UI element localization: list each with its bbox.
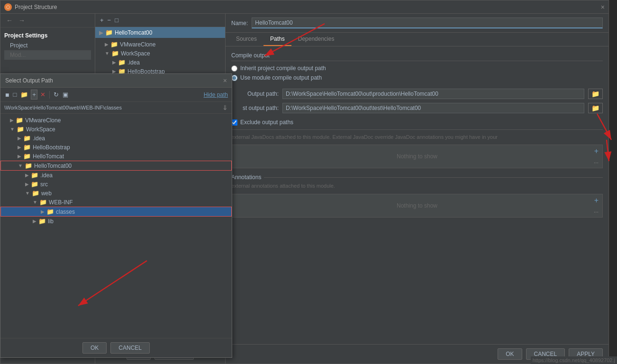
module-expand-icon: ▶ [99,29,103,36]
tree-item-vmwareclone[interactable]: ▶ 📁 VMwareClone [95,40,225,49]
javadoc-more-button[interactable]: ··· [594,159,599,166]
module-name-label: HelloTomcat00 [115,29,152,36]
nothing-to-show-label-2: Nothing to show [397,202,437,209]
javadoc-add-button[interactable]: + [594,147,599,155]
output-path-label: Output path: [231,91,279,97]
compile-output-radio-group: Inherit project compile output path Use … [231,65,603,81]
tabs-bar: Sources Paths Dependencies [226,33,608,46]
tab-paths[interactable]: Paths [263,33,291,46]
module-radio-row[interactable]: Use module compile output path [231,74,603,81]
dialog-file-tree: ▶ 📁 VMwareClone ▼ 📁 WorkSpace ▶ 📁 .idea … [0,114,232,338]
dialog-cancel-button[interactable]: CANCEL [110,342,150,354]
output-path-browse-button[interactable]: 📁 [588,89,603,99]
annotations-area: Nothing to show + ··· [231,194,603,218]
test-output-path-row: st output path: 📁 [231,101,603,115]
sidebar-item-module[interactable]: Mod... [4,50,91,60]
tab-sources[interactable]: Sources [229,33,263,46]
app-icon: ⬡ [4,3,12,11]
annotations-more-button[interactable]: ··· [594,209,599,215]
dialog-tree-vmwareclone[interactable]: ▶ 📁 VMwareClone [0,116,232,125]
dialog-toolbar-window[interactable]: □ [12,90,18,99]
dialog-toolbar-add[interactable]: + [31,90,37,100]
nav-back-button[interactable]: ← [4,16,15,25]
dialog-title-bar: Select Output Path × [0,74,232,88]
dialog-tree-web[interactable]: ▼ 📁 web [0,189,232,198]
dialog-tree-webinf[interactable]: ▼ 📁 WEB-INF [0,198,232,207]
nav-arrows: ← → [0,14,95,27]
dialog-close-button[interactable]: × [223,77,227,84]
exclude-checkbox-label: Exclude output paths [240,119,293,126]
test-output-path-label: st output path: [231,105,279,111]
dialog-toolbar-monitor[interactable]: ■ [4,90,10,100]
test-output-path-browse-button[interactable]: 📁 [588,103,603,113]
project-settings-section: Project Settings Project Mod... [0,27,95,63]
hide-path-button[interactable]: Hide path [204,91,228,98]
dialog-tree-hellotomcat[interactable]: ▶ 📁 HelloTomcat [0,152,232,161]
javadoc-area: Nothing to show + ··· [231,145,603,168]
window-title: Project Structure [15,4,57,10]
module-radio-label: Use module compile output path [240,74,322,81]
dialog-tree-classes[interactable]: ▶ 📁 classes [0,207,232,217]
javadoc-text: external JavaDocs attached to this modul… [231,134,603,141]
nothing-to-show-label-1: Nothing to show [397,153,437,160]
dialog-toolbar-refresh[interactable]: ↻ [53,90,60,99]
title-bar: ⬡ Project Structure × [0,0,608,14]
inherit-radio-label: Inherit project compile output path [240,65,326,72]
tab-dependencies[interactable]: Dependencies [291,33,341,46]
url-bar: https://blog.csdn.net/qq_40892702.j [531,356,617,364]
dialog-bottom-buttons: OK CANCEL [0,338,232,357]
add-module-button[interactable]: + [99,16,105,25]
right-panel: Name: Sources Paths Dependencies Compile… [226,14,608,364]
dialog-toolbar-delete[interactable]: ✕ [39,90,46,99]
tree-item-workspace[interactable]: ▼ 📁 WorkSpace [95,49,225,58]
dialog-tree-src[interactable]: ▶ 📁 src [0,180,232,189]
module-folder-icon: 📁 [105,29,113,36]
dialog-tree-hellobootstrap[interactable]: ▶ 📁 HelloBootstrap [0,143,232,152]
compile-output-section-label: Compile output [231,52,603,61]
inherit-radio-row[interactable]: Inherit project compile output path [231,65,603,72]
sidebar-item-project[interactable]: Project [4,41,91,50]
dialog-tree-idea2[interactable]: ▶ 📁 .idea [0,171,232,180]
module-name-bar: Name: [226,14,608,33]
annotations-section-title: Annotations [231,174,603,181]
copy-module-button[interactable]: □ [114,16,119,25]
selected-module-item[interactable]: ▶ 📁 HelloTomcat00 [95,27,225,38]
output-path-row: Output path: 📁 [231,87,603,101]
annotations-label: Annotations [231,174,261,181]
tree-item-idea[interactable]: ▶ 📁 .idea [95,58,225,67]
dialog-toolbar-folder[interactable]: 📁 [19,90,29,99]
dialog-toolbar: ■ □ 📁 + ✕ ↻ ▣ Hide path [0,88,232,102]
dialog-toolbar-expand[interactable]: ▣ [62,90,69,99]
dialog-path-icon: ⇓ [222,104,228,111]
dialog-ok-button[interactable]: OK [82,342,107,354]
inherit-radio[interactable] [231,65,237,72]
dialog-title-text: Select Output Path [5,77,53,84]
dialog-current-path: \WorkSpace\HelloTomcat00\web\WEB-INF\cla… [4,105,219,110]
toolbar-separator [49,91,50,99]
select-output-dialog: Select Output Path × ■ □ 📁 + ✕ ↻ ▣ Hide … [0,73,232,358]
annotations-section: Annotations external annotations attache… [231,174,603,217]
dialog-tree-lib[interactable]: ▶ 📁 lib [0,217,232,226]
annotations-text: external annotations attached to this mo… [231,182,603,190]
window-close-icon[interactable]: × [601,3,605,11]
exclude-checkbox-row: Exclude output paths [231,119,603,126]
dialog-tree-idea[interactable]: ▶ 📁 .idea [0,134,232,143]
section-divider-1 [231,129,603,130]
dialog-tree-workspace[interactable]: ▼ 📁 WorkSpace [0,125,232,134]
name-input[interactable] [252,18,603,28]
dialog-tree-hellotomcat00[interactable]: ▼ 📁 HelloTomcat00 [0,161,232,171]
dialog-path-display: \WorkSpace\HelloTomcat00\web\WEB-INF\cla… [0,102,232,114]
remove-module-button[interactable]: − [107,16,112,25]
project-settings-header: Project Settings [4,30,91,41]
compile-output-label: Compile output [231,52,603,61]
right-ok-button[interactable]: OK [498,348,522,360]
name-label: Name: [231,20,248,27]
module-header: + − □ [95,14,225,27]
panel-content: Compile output Inherit project compile o… [226,46,608,344]
nav-forward-button[interactable]: → [17,16,27,25]
annotations-add-button[interactable]: + [594,196,599,205]
test-output-path-input[interactable] [282,103,584,113]
output-path-input[interactable] [282,89,584,99]
